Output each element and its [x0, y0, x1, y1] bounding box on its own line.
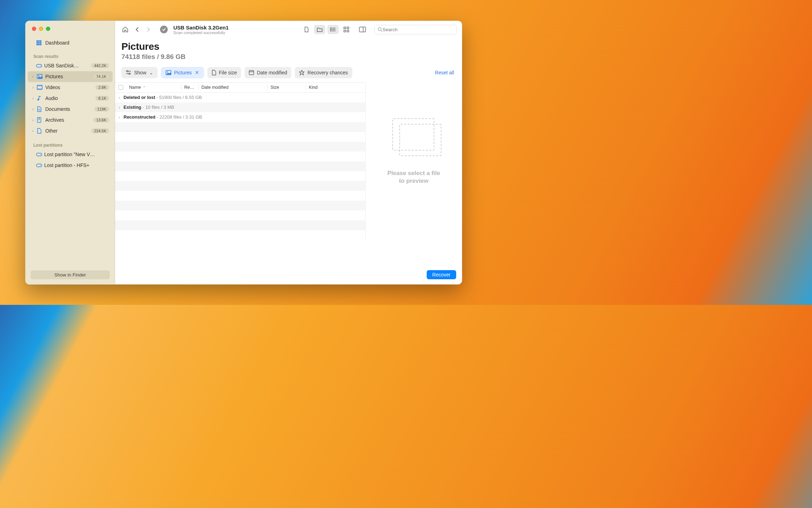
- empty-row: [115, 142, 365, 152]
- preview-pane-toggle[interactable]: [357, 25, 368, 34]
- file-size-filter-button[interactable]: File size: [207, 67, 241, 78]
- reset-all-link[interactable]: Reset all: [435, 70, 455, 75]
- row-meta: - 22208 files / 3.31 GB: [155, 114, 202, 120]
- svg-point-39: [129, 73, 130, 74]
- app-window: Dashboard Scan results USB SanDisk… 442.…: [25, 21, 462, 285]
- sidebar-dashboard[interactable]: Dashboard: [28, 38, 113, 48]
- results-table: Name ⌃ Re…es Date modified Size Kind › D: [115, 82, 365, 240]
- svg-rect-0: [36, 40, 38, 42]
- sidebar-item-pictures[interactable]: › Pictures 74.1K: [28, 71, 113, 82]
- view-files-button[interactable]: [301, 25, 312, 34]
- remove-filter-icon[interactable]: ✕: [195, 69, 199, 76]
- svg-point-34: [378, 28, 381, 31]
- select-all-checkbox[interactable]: [115, 85, 126, 90]
- table-row[interactable]: › Existing - 10 files / 3 MB: [115, 102, 365, 112]
- svg-rect-15: [37, 89, 42, 89]
- drive-icon: [36, 163, 42, 167]
- forward-button[interactable]: [143, 25, 154, 34]
- svg-rect-6: [36, 44, 38, 45]
- search-input[interactable]: [382, 27, 454, 32]
- sidebar-item-archives[interactable]: › Archives 13.6K: [28, 115, 113, 126]
- chip-label: Show: [134, 70, 146, 75]
- empty-row: [115, 220, 365, 230]
- sort-asc-icon: ⌃: [143, 86, 146, 89]
- sidebar-item-label: Lost partition - HFS+: [44, 162, 109, 168]
- drive-icon: [36, 64, 42, 68]
- sidebar-lost-partition[interactable]: Lost partition "New V…: [28, 149, 113, 160]
- svg-rect-42: [249, 71, 254, 75]
- scan-results-label: Scan results: [26, 48, 115, 60]
- recovery-chances-filter-button[interactable]: Recovery chances: [295, 67, 352, 78]
- svg-rect-18: [36, 153, 42, 156]
- svg-point-10: [40, 66, 41, 66]
- file-icon: [37, 128, 43, 134]
- content-columns: Name ⌃ Re…es Date modified Size Kind › D: [115, 82, 462, 240]
- count-badge: 224.5K: [91, 128, 109, 133]
- sidebar-lost-partition[interactable]: Lost partition - HFS+: [28, 160, 113, 171]
- empty-row: [115, 171, 365, 181]
- show-filter-button[interactable]: Show ⌄: [121, 67, 158, 78]
- home-button[interactable]: [120, 25, 131, 34]
- show-in-finder-button[interactable]: Show in Finder: [31, 270, 110, 279]
- drive-icon: [36, 152, 42, 156]
- close-window-button[interactable]: [32, 27, 36, 31]
- empty-row: [115, 161, 365, 171]
- sidebar-device[interactable]: USB SanDisk… 442.2K: [28, 60, 113, 71]
- svg-rect-7: [38, 44, 40, 45]
- row-label: Deleted or lost: [124, 95, 155, 100]
- svg-rect-20: [36, 164, 42, 167]
- sidebar-item-label: Documents: [45, 106, 92, 112]
- col-kind[interactable]: Kind: [306, 85, 365, 90]
- archive-icon: [37, 117, 43, 123]
- svg-rect-3: [36, 42, 38, 44]
- sidebar-item-other[interactable]: › Other 224.5K: [28, 126, 113, 136]
- filter-row: Show ⌄ Pictures ✕ File size Date modifie…: [115, 66, 462, 82]
- view-folders-button[interactable]: [314, 25, 325, 34]
- sidebar-item-label: Audio: [45, 95, 93, 101]
- sidebar-item-label: Pictures: [45, 74, 91, 79]
- pictures-filter-chip[interactable]: Pictures ✕: [161, 67, 204, 78]
- col-date-modified[interactable]: Date modified: [199, 85, 267, 90]
- view-list-button[interactable]: [327, 25, 339, 34]
- minimize-window-button[interactable]: [39, 27, 43, 31]
- sidebar-item-documents[interactable]: › Documents 119K: [28, 104, 113, 115]
- document-icon: [37, 106, 43, 112]
- maximize-window-button[interactable]: [46, 27, 50, 31]
- preview-pane: Please select a fileto preview: [365, 82, 462, 240]
- sidebar-item-videos[interactable]: › Videos 2.8K: [28, 82, 113, 93]
- count-badge: 442.2K: [91, 63, 109, 68]
- search-field[interactable]: [374, 25, 457, 34]
- col-size[interactable]: Size: [268, 85, 306, 90]
- view-mode-group: [301, 25, 352, 34]
- col-resolution[interactable]: Re…es: [181, 85, 198, 90]
- chevron-right-icon: ›: [31, 96, 35, 100]
- page-title: Pictures: [121, 41, 455, 52]
- empty-row: [115, 191, 365, 201]
- svg-rect-32: [359, 27, 366, 32]
- date-modified-filter-button[interactable]: Date modified: [245, 67, 291, 78]
- svg-rect-9: [36, 65, 42, 67]
- svg-rect-31: [347, 30, 349, 32]
- view-grid-button[interactable]: [341, 25, 352, 34]
- back-button[interactable]: [132, 25, 142, 34]
- svg-rect-8: [40, 44, 41, 45]
- expand-icon[interactable]: ›: [115, 95, 124, 100]
- recover-button[interactable]: Recover: [427, 270, 456, 279]
- sidebar-item-label: Videos: [45, 85, 93, 90]
- svg-rect-28: [344, 27, 346, 29]
- content-header: Pictures 74118 files / 9.86 GB: [115, 38, 462, 66]
- chip-label: Date modified: [257, 70, 287, 75]
- col-name[interactable]: Name ⌃: [126, 85, 181, 90]
- main: USB SanDisk 3.2Gen1 Scan completed succe…: [115, 21, 462, 284]
- chip-label: Pictures: [174, 70, 192, 75]
- empty-row: [115, 152, 365, 161]
- table-header: Name ⌃ Re…es Date modified Size Kind: [115, 83, 365, 93]
- image-icon: [37, 74, 43, 79]
- count-badge: 8.1K: [95, 96, 109, 101]
- expand-icon[interactable]: ›: [115, 115, 124, 119]
- table-row[interactable]: › Reconstructed - 22208 files / 3.31 GB: [115, 112, 365, 122]
- table-row[interactable]: › Deleted or lost - 51900 files / 6.55 G…: [115, 93, 365, 102]
- chip-label: File size: [219, 70, 237, 75]
- expand-icon[interactable]: ›: [115, 105, 124, 109]
- sidebar-item-audio[interactable]: › Audio 8.1K: [28, 93, 113, 104]
